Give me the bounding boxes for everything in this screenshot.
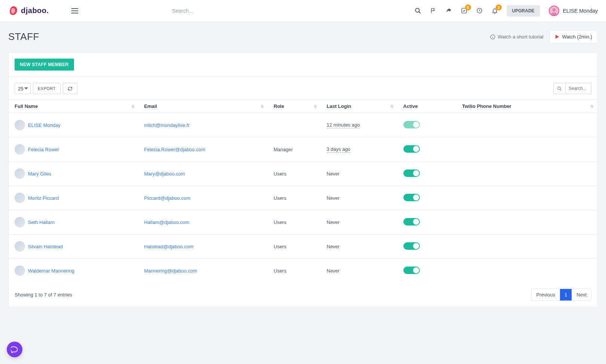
refresh-button[interactable] [63,83,77,94]
watch-button-label: Watch (2min.) [562,34,592,40]
staff-table: Full Name⇅ Email⇅ Role⇅ Last Login⇅ Acti… [9,99,597,283]
tutorial-wrap: Watch a short tutorial Watch (2min.) [490,30,598,43]
staff-name-link[interactable]: Mary Giles [28,171,51,177]
user-name-label: ELISE Monday [563,8,598,14]
col-email[interactable]: Email⇅ [138,100,268,113]
staff-name-link[interactable]: ELISE Monday [28,122,61,128]
table-row: Seth Hallam Hallam@djaboo.com Users Neve… [9,210,597,234]
staff-last-login: Never [327,171,340,177]
pager-prev[interactable]: Previous [532,289,560,301]
entries-summary: Showing 1 to 7 of 7 entries [15,292,72,298]
avatar [15,265,25,276]
staff-twilio [456,186,597,210]
avatar [15,193,25,203]
page-size-select[interactable]: 25 [15,83,31,94]
menu-toggle-icon[interactable] [71,8,78,13]
pager-next[interactable]: Next [572,289,591,301]
page-header: STAFF Watch a short tutorial Watch (2min… [0,21,606,52]
tutorial-link[interactable]: Watch a short tutorial [490,34,543,40]
avatar [15,120,25,130]
active-toggle[interactable] [403,267,420,274]
play-icon [555,35,559,39]
staff-email-link[interactable]: Piccard@djaboo.com [144,195,191,201]
table-row: Felecia Rower Felecia.Rower@djaboo.com M… [9,137,597,162]
staff-email-link[interactable]: Mannering@djaboo.com [144,268,197,274]
table-row: Moritz Piccard Piccard@djaboo.com Users … [9,186,597,210]
col-active[interactable]: Active [397,100,456,113]
pager-page-1[interactable]: 1 [560,289,572,301]
clock-icon[interactable] [476,7,483,14]
avatar [15,241,25,252]
staff-twilio [456,113,597,137]
new-staff-button[interactable]: NEW STAFF MEMBER [15,59,74,71]
col-full-name[interactable]: Full Name⇅ [9,100,138,113]
flag-icon[interactable] [430,7,437,14]
logo[interactable]: djaboo. [8,6,49,16]
share-icon[interactable] [446,7,452,14]
staff-twilio [456,162,597,186]
active-toggle[interactable] [403,194,420,201]
page-title: STAFF [8,31,39,43]
staff-last-login: Never [327,244,340,249]
bell-icon[interactable]: 3 [492,7,498,14]
staff-role: Users [268,210,321,234]
info-icon [490,34,495,40]
staff-last-login: Never [327,195,340,201]
staff-twilio [456,210,597,234]
tasks-icon[interactable]: 6 [461,7,467,14]
avatar [15,144,25,155]
refresh-icon [68,86,73,91]
staff-role: Users [268,162,321,186]
active-toggle[interactable] [403,218,420,225]
staff-role: Users [268,259,321,283]
staff-email-link[interactable]: Halstead@djaboo.com [144,244,194,249]
staff-email-link[interactable]: mitch@mondaylive.fr [144,122,190,128]
active-toggle[interactable] [403,121,420,128]
staff-card: NEW STAFF MEMBER 25 EXPORT Full Name⇅ [8,52,598,307]
search-icon[interactable] [415,7,421,14]
table-row: Mary Giles Mary@djaboo.com Users Never [9,162,597,186]
topbar: djaboo. 6 3 UPGRADE [0,0,606,21]
active-toggle[interactable] [403,242,420,250]
staff-name-link[interactable]: Seth Hallam [28,220,55,225]
table-row: ELISE Monday mitch@mondaylive.fr 12 minu… [9,113,597,137]
active-toggle[interactable] [403,169,420,177]
tasks-badge: 6 [465,4,471,10]
export-button[interactable]: EXPORT [33,83,61,94]
watch-button[interactable]: Watch (2min.) [550,30,598,43]
user-menu[interactable]: ELISE Monday [549,6,598,16]
staff-email-link[interactable]: Hallam@djaboo.com [144,220,190,225]
global-search-input[interactable] [172,4,321,17]
pager: Previous 1 Next [531,289,591,301]
staff-email-link[interactable]: Mary@djaboo.com [144,171,185,177]
upgrade-button[interactable]: UPGRADE [507,5,540,16]
avatar [15,168,25,179]
table-search-icon[interactable] [553,83,565,94]
staff-email-link[interactable]: Felecia.Rower@djaboo.com [144,147,206,152]
staff-last-login: Never [327,268,340,274]
staff-role [268,113,321,137]
tutorial-text: Watch a short tutorial [498,34,543,40]
col-role[interactable]: Role⇅ [268,100,321,113]
col-last-login[interactable]: Last Login⇅ [321,100,397,113]
table-search-input[interactable] [565,83,591,94]
active-toggle[interactable] [403,145,420,153]
staff-twilio [456,259,597,283]
table-footer: Showing 1 to 7 of 7 entries Previous 1 N… [9,283,597,307]
staff-role: Users [268,186,321,210]
staff-name-link[interactable]: Moritz Piccard [28,195,59,201]
col-twilio[interactable]: Twilio Phone Number⇅ [456,100,597,113]
svg-line-10 [560,89,561,90]
staff-name-link[interactable]: Waldemar Mannering [28,268,74,274]
staff-last-login: 3 days ago [327,146,351,153]
global-search-wrap [84,4,409,17]
table-search-group [553,83,591,94]
staff-role: Manager [268,137,321,162]
staff-name-link[interactable]: Silvain Halstead [28,244,63,249]
staff-twilio [456,137,597,162]
staff-name-link[interactable]: Felecia Rower [28,147,59,152]
svg-point-5 [552,8,556,12]
notifications-badge: 3 [496,4,502,10]
table-row: Waldemar Mannering Mannering@djaboo.com … [9,259,597,283]
topbar-icons: 6 3 UPGRADE ELISE Monday [415,5,598,16]
